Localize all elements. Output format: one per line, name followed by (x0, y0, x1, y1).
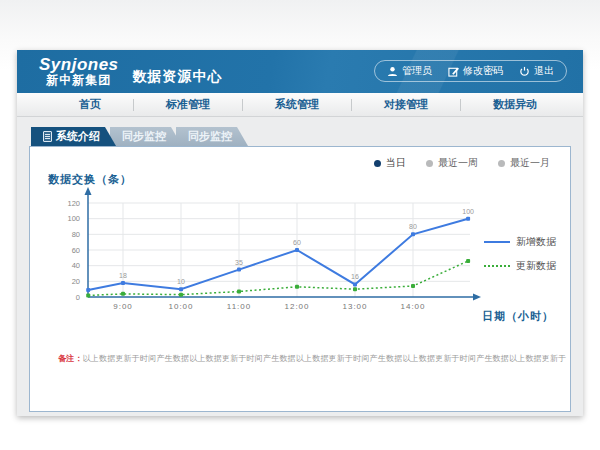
data-point (179, 293, 183, 297)
data-point (466, 259, 470, 263)
x-tick-label: 13:00 (342, 302, 367, 311)
x-axis-title: 日期（小时） (482, 309, 554, 324)
data-point (411, 232, 415, 236)
note-label: 备注： (58, 354, 83, 363)
x-tick-label: 9:00 (113, 302, 133, 311)
nav-item-interface-management[interactable]: 对接管理 (352, 97, 460, 112)
tab-label: 同步监控 (188, 129, 232, 144)
line-chart: 0204060801001209:0010:0011:0012:0013:001… (30, 185, 510, 335)
current-user-button[interactable]: 管理员 (387, 64, 432, 78)
content-area: 系统介绍 同步监控 同步监控 当日 最近一周 (17, 117, 583, 412)
radio-label: 最近一月 (510, 156, 550, 170)
tab-bar: 系统介绍 同步监控 同步监控 (31, 127, 571, 146)
green-dotted-sample-icon (484, 265, 510, 267)
document-icon (43, 131, 52, 142)
page-container: Synjones 新中新集团 数据资源中心 管理员 修改密码 退出 首页 标准管… (17, 50, 583, 416)
power-icon (519, 66, 530, 77)
data-point (86, 293, 90, 297)
page-title: 数据资源中心 (133, 68, 223, 86)
tab-sync-monitor-2[interactable]: 同步监控 (176, 127, 248, 146)
data-point (353, 287, 357, 291)
radio-label: 当日 (386, 156, 406, 170)
x-tick-label: 11:00 (227, 302, 251, 311)
data-point-label: 80 (409, 223, 417, 230)
radio-today[interactable]: 当日 (374, 156, 406, 170)
nav-item-system-management[interactable]: 系统管理 (243, 97, 351, 112)
tab-label: 系统介绍 (56, 129, 100, 144)
y-tick-label: 20 (72, 277, 80, 286)
nav-item-standard-management[interactable]: 标准管理 (134, 97, 242, 112)
data-point (237, 290, 241, 294)
y-tick-label: 120 (67, 199, 80, 208)
logout-label: 退出 (534, 64, 554, 78)
y-tick-label: 60 (72, 246, 80, 255)
radio-last-week[interactable]: 最近一周 (426, 156, 478, 170)
time-range-filter: 当日 最近一周 最近一月 (374, 156, 550, 170)
y-tick-label: 100 (67, 214, 80, 223)
nav-item-data-change[interactable]: 数据异动 (461, 97, 569, 112)
data-point (295, 285, 299, 289)
data-point (86, 288, 90, 292)
data-point (411, 284, 415, 288)
legend-label: 更新数据 (516, 259, 556, 273)
data-point-label: 10 (177, 278, 185, 285)
data-point (466, 217, 470, 221)
logo-text-en: Synjones (39, 56, 119, 74)
footer-note: 备注：以上数据更新于时间产生数据以上数据更新于时间产生数据以上数据更新于时间产生… (58, 353, 566, 364)
data-point (121, 281, 125, 285)
change-password-button[interactable]: 修改密码 (448, 64, 503, 78)
nav-item-home[interactable]: 首页 (47, 97, 133, 112)
data-point-label: 60 (293, 239, 301, 246)
x-axis-arrow-icon (473, 294, 481, 301)
data-point (295, 248, 299, 252)
x-tick-label: 12:00 (284, 302, 309, 311)
radio-last-month[interactable]: 最近一月 (498, 156, 550, 170)
logout-button[interactable]: 退出 (519, 64, 554, 78)
tab-system-intro[interactable]: 系统介绍 (31, 127, 116, 146)
data-point-label: 18 (119, 272, 127, 279)
chart-legend: 新增数据 更新数据 (484, 235, 556, 273)
x-tick-label: 14:00 (400, 302, 425, 311)
y-tick-label: 80 (72, 230, 80, 239)
edit-icon (448, 66, 459, 77)
app-header: Synjones 新中新集团 数据资源中心 管理员 修改密码 退出 (17, 50, 583, 93)
radio-dot-icon (426, 160, 433, 167)
user-name-label: 管理员 (402, 64, 432, 78)
y-tick-label: 0 (76, 293, 80, 302)
y-tick-label: 40 (72, 261, 80, 270)
tab-sync-monitor-1[interactable]: 同步监控 (110, 127, 182, 146)
radio-dot-icon (374, 160, 381, 167)
blue-line-sample-icon (484, 241, 510, 243)
data-point (353, 282, 357, 286)
company-logo: Synjones 新中新集团 (39, 56, 119, 86)
data-point-label: 100 (462, 208, 474, 215)
data-point (237, 268, 241, 272)
x-tick-label: 10:00 (168, 302, 193, 311)
logo-text-cn: 新中新集团 (39, 74, 119, 87)
legend-item-update-data[interactable]: 更新数据 (484, 259, 556, 273)
radio-dot-icon (498, 160, 505, 167)
legend-item-new-data[interactable]: 新增数据 (484, 235, 556, 249)
y-axis-arrow-icon (85, 187, 92, 195)
user-toolbar: 管理员 修改密码 退出 (374, 60, 567, 82)
chart-panel: 当日 最近一周 最近一月 数据交换（条） 0204060801001209:00… (29, 146, 571, 412)
change-password-label: 修改密码 (463, 64, 503, 78)
tab-label: 同步监控 (122, 129, 166, 144)
data-point-label: 35 (235, 259, 243, 266)
note-text: 以上数据更新于时间产生数据以上数据更新于时间产生数据以上数据更新于时间产生数据以… (83, 354, 567, 363)
data-point (121, 292, 125, 296)
legend-label: 新增数据 (516, 235, 556, 249)
user-icon (387, 66, 398, 77)
data-point-label: 16 (351, 273, 359, 280)
data-point (179, 287, 183, 291)
radio-label: 最近一周 (438, 156, 478, 170)
main-nav: 首页 标准管理 系统管理 对接管理 数据异动 (17, 93, 583, 117)
